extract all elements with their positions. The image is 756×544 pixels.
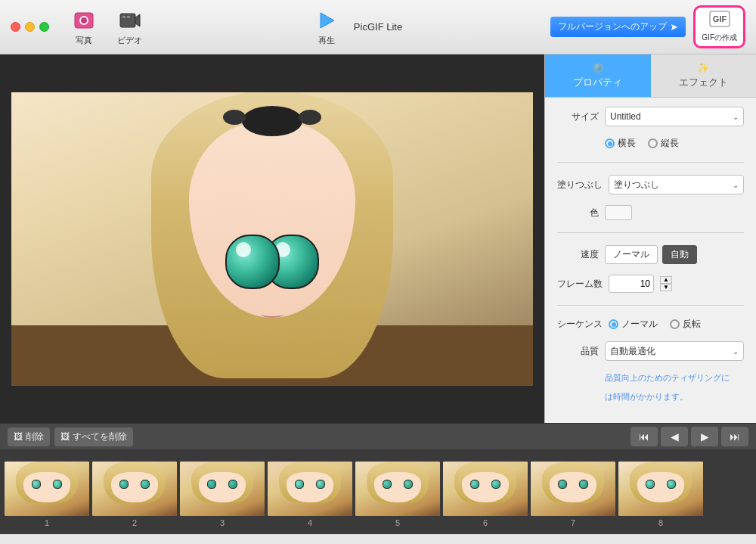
size-select[interactable]: Untitled ⌄: [605, 107, 744, 126]
filmstrip-item-6[interactable]: 6: [443, 462, 528, 527]
photo-icon: [72, 8, 96, 33]
film-number: 7: [571, 518, 575, 527]
dither-info-1: 品質向上のためのティザリングに: [605, 371, 730, 384]
film-thumb: [443, 462, 528, 516]
bottom-toolbar: 🖼 削除 🖼 すべてを削除 ⏮ ◀ ▶ ⏭: [0, 423, 756, 449]
sequence-row: シーケンス ノーマル 反転: [557, 318, 744, 331]
properties-panel: サイズ Untitled ⌄ 横長 縦長: [545, 98, 756, 423]
delete-button[interactable]: 🖼 削除: [8, 427, 50, 446]
delete-icon: 🖼: [14, 431, 23, 442]
film-thumb: [92, 462, 177, 516]
properties-tab-label: プロパティ: [573, 76, 622, 89]
dither-info-row: 品質向上のためのティザリングに は時間がかかります。: [557, 371, 744, 403]
play-label: 再生: [318, 35, 335, 46]
svg-rect-6: [127, 16, 130, 18]
film-thumb: [180, 462, 265, 516]
filmstrip-item-4[interactable]: 4: [268, 462, 352, 527]
film-number: 2: [132, 518, 137, 527]
play-button[interactable]: 再生: [314, 8, 339, 46]
filmstrip-item-5[interactable]: 5: [355, 462, 440, 527]
speed-normal-button[interactable]: ノーマル: [605, 245, 658, 264]
video-label: ビデオ: [117, 35, 142, 46]
size-select-arrow-icon: ⌄: [733, 113, 739, 121]
delete-label: 削除: [26, 431, 44, 443]
quality-value: 自動最適化: [610, 345, 655, 358]
divider-1: [557, 162, 744, 163]
filmstrip-item-3[interactable]: 3: [180, 462, 265, 527]
nav-prev-button[interactable]: ◀: [661, 427, 688, 446]
character-face: [129, 92, 416, 386]
delete-all-icon: 🖼: [60, 431, 70, 442]
video-area: [0, 54, 544, 423]
quality-row: 品質 自動最適化 ⌄: [557, 341, 744, 361]
quality-select[interactable]: 自動最適化 ⌄: [605, 341, 744, 361]
landscape-radio[interactable]: 横長: [605, 137, 636, 150]
nav-first-icon: ⏮: [639, 431, 649, 443]
film-thumb: [618, 462, 703, 516]
svg-marker-4: [135, 14, 140, 26]
effects-tab-label: エフェクト: [679, 76, 728, 89]
video-icon: [118, 8, 142, 33]
photo-button[interactable]: 写真: [72, 8, 96, 46]
seq-normal-radio-dot: [609, 319, 618, 329]
film-number: 4: [308, 518, 312, 527]
seq-normal-radio[interactable]: ノーマル: [609, 318, 658, 331]
properties-tab-icon: ⚙️: [592, 62, 604, 73]
gif-create-label: GIFの作成: [702, 33, 737, 43]
maximize-button[interactable]: [39, 22, 49, 32]
fill-select[interactable]: 塗りつぶし ⌄: [609, 175, 744, 194]
nav-next-button[interactable]: ▶: [691, 427, 718, 446]
tab-effects[interactable]: ✨ エフェクト: [651, 54, 757, 97]
mouth: [261, 310, 284, 318]
gif-create-button[interactable]: GIF GIFの作成: [693, 5, 745, 48]
gif-icon: GIF: [709, 11, 730, 31]
landscape-radio-dot: [605, 138, 615, 148]
titlebar: 写真 ビデオ 再生 PicGIF Lite: [0, 0, 756, 54]
portrait-radio[interactable]: 縦長: [648, 137, 679, 150]
tab-properties[interactable]: ⚙️ プロパティ: [545, 54, 651, 97]
frames-input[interactable]: [609, 275, 654, 293]
color-swatch[interactable]: [605, 205, 632, 220]
filmstrip-item-7[interactable]: 7: [531, 462, 615, 527]
video-button[interactable]: ビデオ: [117, 8, 142, 46]
frames-stepper: ▲ ▼: [660, 276, 672, 291]
filmstrip-item-1[interactable]: 1: [5, 462, 89, 527]
sequence-radio-group: ノーマル 反転: [609, 318, 701, 331]
orientation-radio-group: 横長 縦長: [605, 137, 679, 150]
delete-all-label: すべてを削除: [73, 431, 127, 443]
close-button[interactable]: [11, 22, 20, 32]
eye-right: [225, 235, 280, 289]
seq-reverse-label: 反転: [683, 318, 701, 331]
speed-label: 速度: [557, 248, 599, 261]
app-title: PicGIF Lite: [354, 21, 402, 33]
film-thumb: [268, 462, 352, 516]
frames-label: フレーム数: [557, 278, 603, 291]
divider-2: [557, 232, 744, 233]
main-content: ⚙️ プロパティ ✨ エフェクト サイズ Untitled ⌄: [0, 54, 756, 423]
orientation-row: 横長 縦長: [557, 137, 744, 150]
dither-info-2: は時間がかかります。: [605, 390, 688, 403]
nav-last-button[interactable]: ⏭: [721, 427, 748, 446]
speed-normal-label: ノーマル: [613, 249, 649, 260]
portrait-radio-dot: [648, 138, 658, 148]
delete-all-button[interactable]: 🖼 すべてを削除: [54, 427, 133, 446]
frames-decrement-button[interactable]: ▼: [660, 284, 672, 291]
size-row: サイズ Untitled ⌄: [557, 107, 744, 126]
speed-auto-button[interactable]: 自動: [662, 245, 697, 264]
svg-rect-5: [122, 16, 125, 18]
filmstrip-item-8[interactable]: 8: [618, 462, 703, 527]
minimize-button[interactable]: [25, 22, 35, 32]
filmstrip-item-2[interactable]: 2: [92, 462, 177, 527]
nav-first-button[interactable]: ⏮: [631, 427, 658, 446]
frames-increment-button[interactable]: ▲: [660, 276, 672, 284]
quality-label: 品質: [557, 345, 599, 358]
size-label: サイズ: [557, 110, 599, 123]
photo-label: 写真: [76, 35, 92, 46]
divider-3: [557, 305, 744, 306]
seq-reverse-radio[interactable]: 反転: [670, 318, 701, 331]
landscape-label: 横長: [618, 137, 636, 150]
svg-marker-7: [321, 13, 334, 28]
upgrade-button[interactable]: フルバージョンへのアップ ➤: [550, 17, 686, 37]
film-number: 5: [395, 518, 400, 527]
film-number: 8: [658, 518, 663, 527]
